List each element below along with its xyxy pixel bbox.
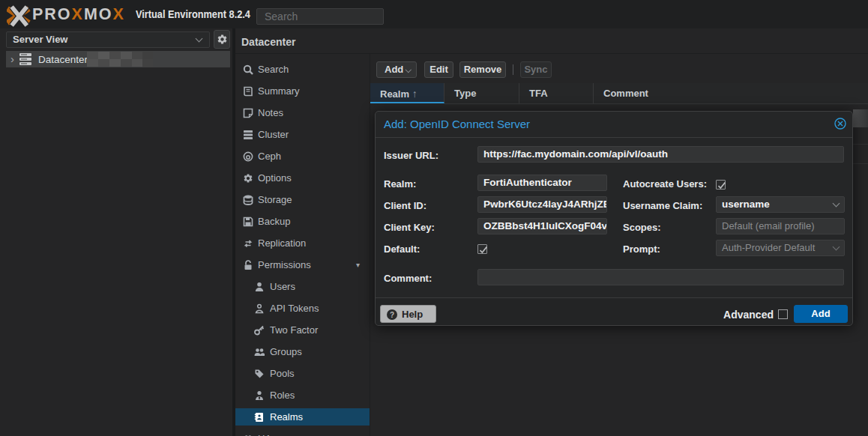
svg-text:?: ?: [390, 311, 394, 319]
